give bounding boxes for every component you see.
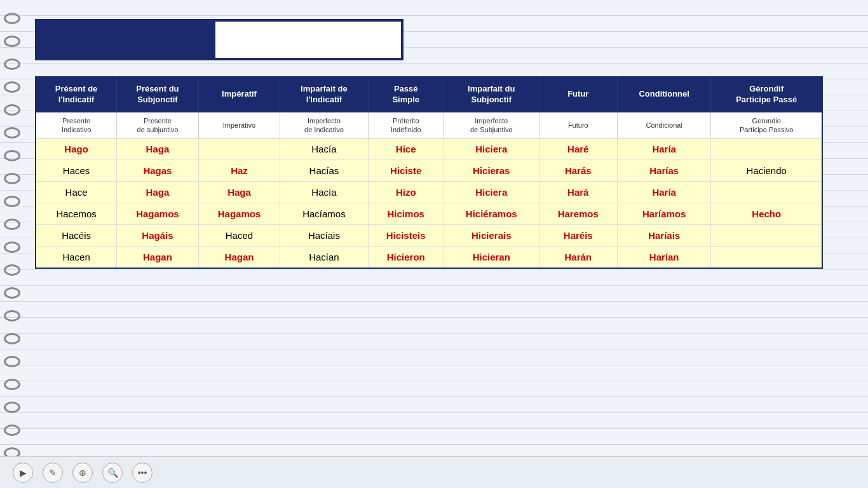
spiral-ring: [4, 196, 20, 207]
table-cell: Hacen: [36, 247, 117, 269]
table-cell: Haciendo: [711, 160, 822, 182]
spiral-binding: [0, 0, 24, 488]
sub-present-indicativo: PresenteIndicativo: [36, 112, 117, 139]
spiral-ring: [4, 241, 20, 253]
col-header-gerondif: GérondifParticipe Passé: [711, 77, 822, 112]
header-row: Présent del'Indicatif Présent duSubjonct…: [36, 77, 822, 112]
spiral-ring: [4, 104, 20, 116]
notebook: Présent del'Indicatif Présent duSubjonct…: [0, 0, 868, 488]
table-row: HacesHagasHazHacíasHicisteHicierasHarásH…: [36, 160, 822, 182]
spiral-ring: [4, 58, 20, 70]
more-button[interactable]: •••: [132, 463, 153, 483]
table-cell: Haz: [198, 160, 280, 182]
table-cell: Hice: [368, 139, 444, 160]
table-cell: Hacía: [280, 182, 368, 203]
table-cell: Hacíais: [280, 225, 368, 247]
spiral-ring: [4, 402, 20, 413]
table-cell: Hagas: [117, 160, 199, 182]
bottom-toolbar: ▶ ✎ ⊕ 🔍 •••: [0, 456, 868, 488]
play-button[interactable]: ▶: [13, 463, 33, 483]
title-french: [214, 20, 402, 59]
table-cell: Haced: [198, 225, 280, 247]
table-cell: Harías: [617, 160, 711, 182]
spiral-ring: [4, 13, 20, 24]
title-box: [35, 19, 403, 60]
table-cell: Haría: [617, 139, 711, 160]
table-cell: Hicieras: [444, 160, 539, 182]
table-cell: [198, 139, 280, 160]
table-cell: Hacías: [280, 160, 368, 182]
table-cell: Hacéis: [36, 225, 117, 247]
table-cell: Haréis: [539, 225, 617, 247]
table-cell: Hecho: [711, 203, 822, 225]
table-row: HacenHaganHaganHacíanHicieronHicieranHar…: [36, 247, 822, 269]
sub-imperfecto-subjuntivo: Imperfectode Subjuntivo: [444, 112, 539, 139]
col-header-passe-simple: PasséSimple: [368, 77, 444, 112]
table-cell: Harían: [617, 247, 711, 269]
table-cell: Haremos: [539, 203, 617, 225]
spiral-ring: [4, 379, 20, 390]
table-cell: Hacía: [280, 139, 368, 160]
table-cell: Haríamos: [617, 203, 711, 225]
table-cell: [711, 139, 822, 160]
table-cell: Hiciéramos: [444, 203, 539, 225]
table-cell: Hago: [36, 139, 117, 160]
sub-futuro: Futuro: [539, 112, 617, 139]
col-header-imparfait-subjonctif: Imparfait duSubjonctif: [444, 77, 539, 112]
table-row: HacemosHagamosHagamosHacíamosHicimosHici…: [36, 203, 822, 225]
col-header-present-indicatif: Présent del'Indicatif: [36, 77, 117, 112]
spiral-ring: [4, 173, 20, 184]
table-cell: Haría: [617, 182, 711, 203]
col-header-futur: Futur: [539, 77, 617, 112]
spiral-ring: [4, 333, 20, 344]
table-cell: Hiciera: [444, 182, 539, 203]
table-cell: [711, 182, 822, 203]
add-button[interactable]: ⊕: [72, 463, 93, 483]
spiral-ring: [4, 36, 20, 47]
table-cell: Haga: [117, 139, 199, 160]
spiral-ring: [4, 310, 20, 322]
title-spanish: [36, 20, 214, 59]
subtitle-row: PresenteIndicativo Presentede subjuntivo…: [36, 112, 822, 139]
table-cell: Hiciste: [368, 160, 444, 182]
content-area: Présent del'Indicatif Présent duSubjonct…: [29, 0, 868, 288]
table-cell: Haré: [539, 139, 617, 160]
spiral-ring: [4, 150, 20, 161]
sub-preterito: PréteritoIndefinido: [368, 112, 444, 139]
sub-presente-subjuntivo: Presentede subjuntivo: [117, 112, 199, 139]
table-cell: Hace: [36, 182, 117, 203]
table-cell: [711, 247, 822, 269]
edit-button[interactable]: ✎: [43, 463, 63, 483]
spiral-ring: [4, 81, 20, 93]
table-cell: Hiciera: [444, 139, 539, 160]
sub-gerundio: GerundioParticipo Passivo: [711, 112, 822, 139]
table-cell: Haríais: [617, 225, 711, 247]
table-cell: Hagamos: [198, 203, 280, 225]
table-cell: Hagáis: [117, 225, 199, 247]
search-button[interactable]: 🔍: [102, 463, 123, 483]
table-cell: Hagan: [198, 247, 280, 269]
conjugation-table: Présent del'Indicatif Présent duSubjonct…: [35, 76, 823, 269]
table-cell: Harán: [539, 247, 617, 269]
table-cell: Haces: [36, 160, 117, 182]
col-header-conditionnel: Conditionnel: [617, 77, 711, 112]
table-cell: Hagamos: [117, 203, 199, 225]
table-cell: Hizo: [368, 182, 444, 203]
spiral-ring: [4, 424, 20, 436]
sub-condicional: Condicional: [617, 112, 711, 139]
col-header-imperatif: Impératif: [198, 77, 280, 112]
table-cell: Hicieran: [444, 247, 539, 269]
spiral-ring: [4, 356, 20, 367]
table-cell: Haga: [198, 182, 280, 203]
sub-imperativo: Imperativo: [198, 112, 280, 139]
table-cell: Hacemos: [36, 203, 117, 225]
spiral-ring: [4, 287, 20, 299]
table-cell: Hacían: [280, 247, 368, 269]
col-header-present-subjonctif: Présent duSubjonctif: [117, 77, 199, 112]
table-cell: Harás: [539, 160, 617, 182]
table-cell: Hicierais: [444, 225, 539, 247]
table-row: HagoHagaHacíaHiceHicieraHaréHaría: [36, 139, 822, 160]
table-cell: Hicisteis: [368, 225, 444, 247]
table-cell: Hará: [539, 182, 617, 203]
table-cell: Hicimos: [368, 203, 444, 225]
